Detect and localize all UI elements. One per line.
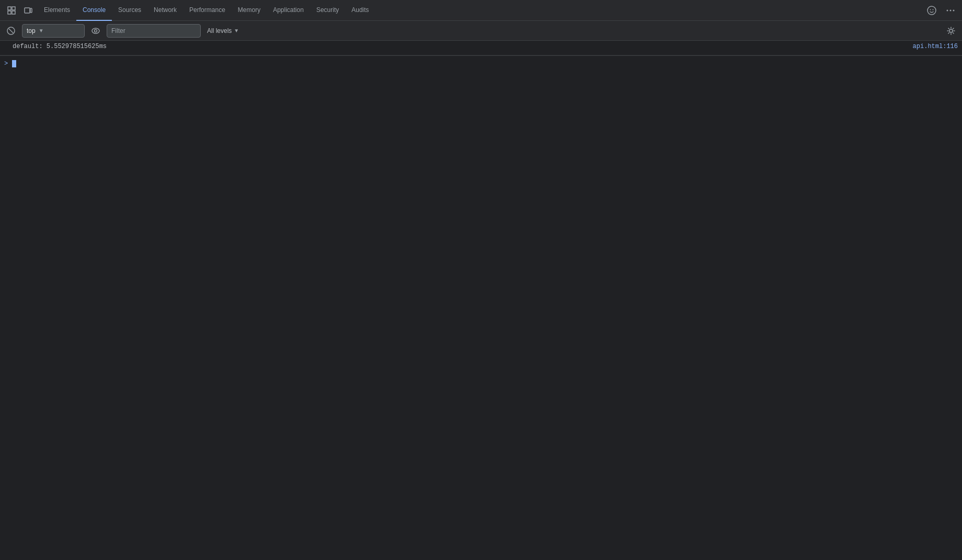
- svg-rect-4: [25, 8, 30, 13]
- tab-audits[interactable]: Audits: [345, 0, 375, 21]
- tab-console[interactable]: Console: [76, 0, 112, 21]
- context-value: top: [27, 27, 36, 34]
- svg-rect-3: [12, 11, 15, 14]
- svg-rect-2: [8, 11, 11, 14]
- svg-point-16: [949, 29, 953, 32]
- log-text: default: 5.552978515625ms: [13, 43, 107, 50]
- filter-input[interactable]: [107, 24, 201, 38]
- tab-elements[interactable]: Elements: [38, 0, 76, 21]
- svg-point-9: [947, 9, 948, 11]
- svg-point-8: [933, 9, 934, 10]
- svg-point-14: [92, 28, 99, 33]
- nav-tabs: Elements Console Sources Network Perform…: [38, 0, 922, 21]
- device-mode-button[interactable]: [21, 3, 36, 18]
- clear-console-button[interactable]: [4, 24, 18, 38]
- levels-label: All levels: [207, 27, 232, 34]
- levels-chevron-icon: ▼: [234, 28, 239, 33]
- watch-expressions-button[interactable]: [89, 24, 102, 38]
- devtools-nav: Elements Console Sources Network Perform…: [0, 0, 962, 21]
- tab-sources[interactable]: Sources: [112, 0, 147, 21]
- inspect-element-button[interactable]: [4, 3, 19, 18]
- toolbar-right: [944, 24, 958, 38]
- more-options-button[interactable]: [943, 3, 958, 18]
- log-source-link[interactable]: api.html:116: [913, 43, 958, 50]
- tab-application[interactable]: Application: [267, 0, 310, 21]
- console-prompt-symbol: >: [4, 60, 8, 67]
- svg-point-6: [927, 6, 936, 15]
- tab-memory[interactable]: Memory: [232, 0, 267, 21]
- svg-point-10: [950, 9, 952, 11]
- context-chevron-icon: ▼: [39, 28, 44, 33]
- console-log-entry: default: 5.552978515625ms api.html:116: [0, 41, 962, 55]
- svg-rect-0: [8, 7, 11, 10]
- console-toolbar: top ▼ All levels ▼: [0, 21, 962, 41]
- tab-performance[interactable]: Performance: [183, 0, 232, 21]
- feedback-button[interactable]: [924, 3, 939, 18]
- console-input-area[interactable]: >: [0, 55, 962, 71]
- svg-line-13: [9, 29, 13, 33]
- svg-point-11: [953, 9, 955, 11]
- devtools-main: top ▼ All levels ▼: [0, 21, 962, 560]
- svg-point-15: [95, 29, 97, 32]
- log-levels-selector[interactable]: All levels ▼: [205, 24, 241, 38]
- console-output: default: 5.552978515625ms api.html:116 >: [0, 41, 962, 560]
- svg-point-7: [930, 9, 931, 10]
- console-cursor: [12, 60, 16, 67]
- tab-network[interactable]: Network: [147, 0, 183, 21]
- svg-rect-1: [12, 7, 15, 10]
- settings-button[interactable]: [944, 24, 958, 38]
- tab-security[interactable]: Security: [310, 0, 345, 21]
- nav-right-icons: [924, 3, 958, 18]
- svg-rect-5: [30, 8, 32, 13]
- context-selector[interactable]: top ▼: [22, 24, 85, 38]
